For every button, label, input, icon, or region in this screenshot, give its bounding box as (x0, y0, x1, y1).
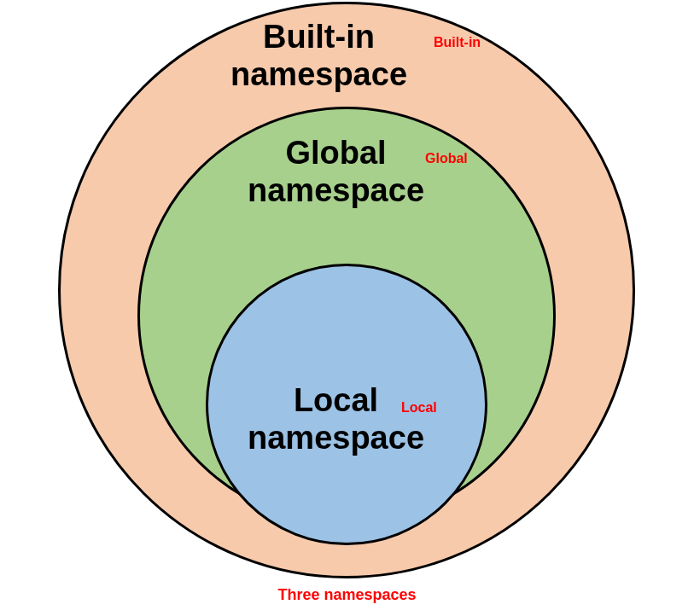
global-label-line2: namespace (248, 172, 424, 210)
global-label-line1: Global (248, 135, 424, 172)
local-label: Local namespace (248, 382, 424, 456)
local-label-line2: namespace (248, 420, 424, 457)
builtin-label-line1: Built-in (230, 19, 407, 56)
local-annotation: Local (401, 401, 437, 415)
builtin-label: Built-in namespace (230, 19, 407, 93)
caption: Three namespaces (0, 586, 694, 604)
global-label: Global namespace (248, 135, 424, 209)
local-label-line1: Local (248, 382, 424, 420)
builtin-label-line2: namespace (230, 56, 407, 94)
global-annotation: Global (425, 152, 468, 166)
builtin-annotation: Built-in (434, 36, 481, 49)
